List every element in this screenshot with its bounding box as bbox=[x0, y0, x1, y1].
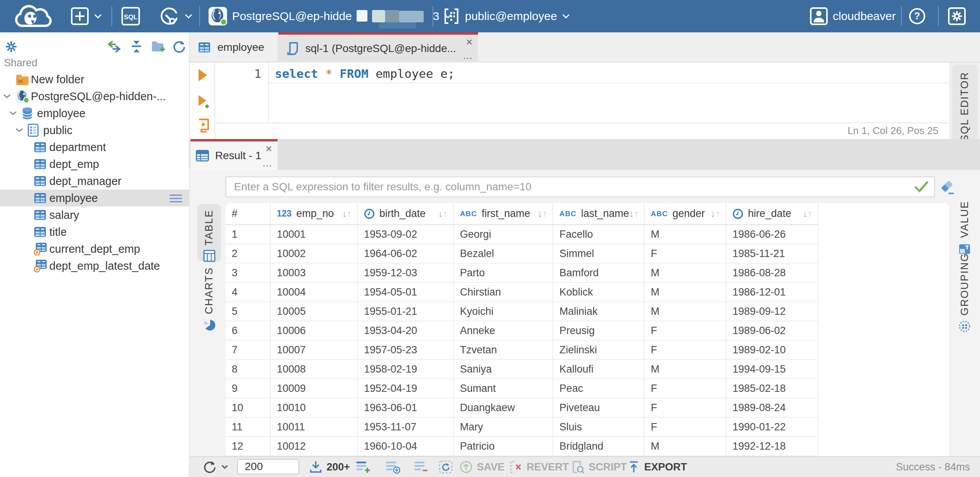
table-cell-emp_no[interactable]: 10009 bbox=[271, 379, 358, 398]
tree-item-title[interactable]: title bbox=[0, 223, 189, 240]
table-cell-hire_date[interactable]: 1986-12-01 bbox=[726, 283, 818, 302]
table-cell-rownum[interactable]: 12 bbox=[226, 437, 271, 456]
code-area[interactable]: 1 select * FROM employee e; bbox=[215, 62, 949, 123]
table-cell-emp_no[interactable]: 10008 bbox=[271, 360, 358, 379]
table-cell-birth_date[interactable]: 1955-01-21 bbox=[358, 302, 454, 321]
script-button[interactable]: SCRIPT bbox=[571, 460, 627, 474]
tree-item-postgresql-ep-hidden[interactable]: PostgreSQL@ep-hidden-... bbox=[0, 88, 189, 105]
table-cell-rownum[interactable]: 5 bbox=[226, 302, 271, 321]
table-cell-gender[interactable]: F bbox=[645, 379, 726, 398]
tab-value-panel[interactable]: VALUE bbox=[952, 201, 977, 253]
connection-selector[interactable]: PostgreSQL@ep-hidde 3 bbox=[208, 7, 452, 26]
table-cell-last_name[interactable]: Simmel bbox=[553, 244, 645, 264]
table-cell-last_name[interactable]: Koblick bbox=[553, 283, 645, 302]
expand-chevron-icon[interactable] bbox=[3, 94, 15, 99]
table-cell-last_name[interactable]: Facello bbox=[553, 225, 645, 244]
table-cell-first_name[interactable]: Bezalel bbox=[454, 244, 553, 264]
table-cell-rownum[interactable]: 8 bbox=[226, 360, 271, 379]
table-cell-first_name[interactable]: Saniya bbox=[454, 360, 553, 379]
tree-item-public[interactable]: public bbox=[0, 122, 189, 139]
export-button[interactable]: EXPORT bbox=[627, 460, 687, 474]
table-cell-gender[interactable]: F bbox=[645, 418, 726, 437]
sort-icon[interactable]: ↓↑ bbox=[342, 208, 357, 219]
save-button[interactable]: SAVE bbox=[459, 460, 505, 474]
add-row-button[interactable] bbox=[355, 460, 371, 474]
table-cell-emp_no[interactable]: 10001 bbox=[271, 225, 358, 244]
table-cell-emp_no[interactable]: 10002 bbox=[271, 244, 358, 264]
sql-editor-button[interactable]: SQL bbox=[121, 7, 140, 26]
table-cell-emp_no[interactable]: 10004 bbox=[271, 283, 358, 302]
cloudbeaver-logo[interactable] bbox=[12, 3, 52, 29]
table-cell-rownum[interactable]: 9 bbox=[226, 379, 271, 398]
table-cell-birth_date[interactable]: 1963-06-01 bbox=[358, 398, 454, 418]
column-header-last_name[interactable]: ABClast_name↓↑ bbox=[553, 203, 645, 225]
clear-filter-icon[interactable] bbox=[940, 180, 955, 195]
table-cell-hire_date[interactable]: 1986-08-28 bbox=[726, 264, 818, 283]
close-tab-icon[interactable]: × bbox=[265, 142, 272, 155]
table-cell-gender[interactable]: F bbox=[645, 321, 726, 341]
table-cell-gender[interactable]: M bbox=[645, 437, 726, 456]
execute-new-tab-button[interactable] bbox=[197, 94, 210, 109]
table-cell-emp_no[interactable]: 10012 bbox=[271, 437, 358, 456]
table-cell-birth_date[interactable]: 1959-12-03 bbox=[358, 264, 454, 283]
tree-item-dept-emp-latest-date[interactable]: dept_emp_latest_date bbox=[0, 257, 189, 274]
table-cell-gender[interactable]: M bbox=[645, 302, 726, 321]
table-cell-last_name[interactable]: Maliniak bbox=[553, 302, 645, 321]
table-cell-gender[interactable]: M bbox=[645, 225, 726, 244]
sort-icon[interactable]: ↓↑ bbox=[711, 208, 726, 219]
table-cell-last_name[interactable]: Sluis bbox=[553, 418, 645, 437]
table-cell-emp_no[interactable]: 10003 bbox=[271, 264, 358, 283]
table-cell-last_name[interactable]: Bridgland bbox=[553, 437, 645, 456]
table-cell-birth_date[interactable]: 1954-05-01 bbox=[358, 283, 454, 302]
tree-item-employee[interactable]: employee bbox=[0, 190, 189, 207]
table-cell-emp_no[interactable]: 10006 bbox=[271, 321, 358, 341]
table-cell-hire_date[interactable]: 1992-12-18 bbox=[726, 437, 818, 456]
table-cell-emp_no[interactable]: 10010 bbox=[271, 398, 358, 418]
table-cell-first_name[interactable]: Anneke bbox=[454, 321, 553, 341]
tree-item-current-dept-emp[interactable]: current_dept_emp bbox=[0, 240, 189, 257]
table-cell-first_name[interactable]: Tzvetan bbox=[454, 341, 553, 360]
column-header-hire_date[interactable]: hire_date↓↑ bbox=[726, 203, 818, 225]
table-cell-first_name[interactable]: Duangkaew bbox=[454, 398, 553, 418]
table-cell-first_name[interactable]: Parto bbox=[454, 264, 553, 283]
expand-chevron-icon[interactable] bbox=[15, 128, 28, 133]
tab-sql-1[interactable]: sql-1 (PostgreSQL@ep-hidde... × … bbox=[278, 32, 478, 62]
schema-selector[interactable]: public@employee bbox=[443, 7, 570, 25]
table-cell-birth_date[interactable]: 1953-04-20 bbox=[358, 321, 454, 341]
tab-employee[interactable]: employee bbox=[190, 32, 278, 62]
tab-menu-icon[interactable]: … bbox=[262, 157, 273, 169]
table-cell-gender[interactable]: F bbox=[645, 244, 726, 264]
table-cell-last_name[interactable]: Preusig bbox=[553, 321, 645, 341]
table-cell-birth_date[interactable]: 1953-09-02 bbox=[358, 225, 454, 244]
table-cell-first_name[interactable]: Kyoichi bbox=[454, 302, 553, 321]
tree-item-dept-emp[interactable]: dept_emp bbox=[0, 156, 189, 173]
settings-button[interactable] bbox=[948, 7, 966, 25]
table-cell-hire_date[interactable]: 1989-02-10 bbox=[726, 341, 818, 360]
collapse-all-button[interactable] bbox=[130, 40, 143, 53]
table-cell-hire_date[interactable]: 1989-06-02 bbox=[726, 321, 818, 341]
table-cell-last_name[interactable]: Piveteau bbox=[553, 398, 645, 418]
table-cell-rownum[interactable]: 6 bbox=[226, 321, 271, 341]
sort-icon[interactable]: ↓↑ bbox=[629, 208, 644, 219]
table-cell-first_name[interactable]: Patricio bbox=[454, 437, 553, 456]
table-cell-last_name[interactable]: Peac bbox=[553, 379, 645, 398]
table-cell-birth_date[interactable]: 1958-02-19 bbox=[358, 360, 454, 379]
sort-icon[interactable]: ↓↑ bbox=[803, 208, 818, 219]
help-button[interactable]: ? bbox=[908, 7, 926, 25]
tree-item-new-folder[interactable]: New folder bbox=[0, 71, 189, 88]
table-cell-first_name[interactable]: Sumant bbox=[454, 379, 553, 398]
table-cell-gender[interactable]: M bbox=[645, 264, 726, 283]
column-header-birth_date[interactable]: birth_date↓↑ bbox=[358, 203, 454, 225]
tab-grouping-panel[interactable]: GROUPING bbox=[952, 253, 977, 320]
table-cell-gender[interactable]: F bbox=[645, 398, 726, 418]
table-cell-hire_date[interactable]: 1985-11-21 bbox=[726, 244, 818, 264]
link-with-editor-button[interactable] bbox=[107, 40, 121, 53]
tree-item-department[interactable]: department bbox=[0, 139, 189, 156]
execute-query-button[interactable] bbox=[197, 68, 208, 82]
refresh-result-button[interactable] bbox=[202, 460, 228, 474]
sort-icon[interactable]: ↓↑ bbox=[438, 208, 453, 219]
table-cell-hire_date[interactable]: 1989-09-12 bbox=[726, 302, 818, 321]
new-object-button[interactable] bbox=[71, 7, 102, 25]
column-header-emp_no[interactable]: 123emp_no↓↑ bbox=[271, 203, 358, 225]
duplicate-row-button[interactable] bbox=[385, 460, 401, 474]
